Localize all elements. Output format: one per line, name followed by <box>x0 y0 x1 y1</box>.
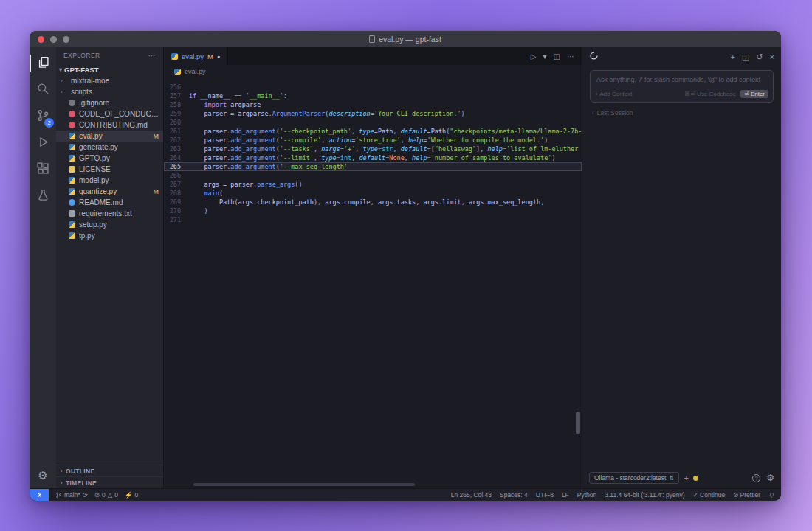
remote-indicator[interactable] <box>30 489 49 501</box>
add-context-button[interactable]: + Add Context <box>595 91 632 97</box>
code-line[interactable]: 265 parser.add_argument('--max_seq_lengt… <box>164 162 582 171</box>
continue-extension-item[interactable]: ✓ Continue <box>693 491 726 499</box>
python-interpreter[interactable]: 3.11.4 64-bit ('3.11.4': pyenv) <box>605 491 684 499</box>
breadcrumb[interactable]: eval.py <box>164 65 582 78</box>
last-session-link[interactable]: ‹ Last Session <box>592 109 771 117</box>
code-line[interactable]: 267 args = parser.parse_args() <box>164 180 582 189</box>
new-session-icon[interactable]: + <box>731 52 735 62</box>
code-line[interactable]: 258 import argparse <box>164 100 582 109</box>
tree-item-contributing-md[interactable]: CONTRIBUTING.md <box>56 119 163 131</box>
extensions-activity-button[interactable] <box>30 156 56 183</box>
settings-gear-icon[interactable]: ⚙ <box>38 469 47 482</box>
enter-button[interactable]: ⏎ Enter <box>740 90 768 98</box>
window-controls <box>30 36 69 43</box>
status-bar: main* ⟳ ⊘ 0 △ 0 ⚡ 0 Ln 265, Col 43 Space… <box>30 488 781 501</box>
code-line[interactable]: 262 parser.add_argument('--compile', act… <box>164 136 582 145</box>
branch-item[interactable]: main* ⟳ <box>55 491 88 499</box>
branch-label: main* <box>64 491 80 499</box>
help-icon[interactable]: ? <box>752 474 760 482</box>
history-icon[interactable]: ↺ <box>756 52 763 62</box>
tree-item-eval-py[interactable]: eval.pyM <box>56 131 163 142</box>
run-dropdown-icon[interactable]: ▾ <box>543 52 547 60</box>
split-editor-icon[interactable]: ◫ <box>554 52 560 60</box>
close-button[interactable] <box>38 36 44 43</box>
model-select[interactable]: Ollama - starcoder2:latest ⇅ <box>589 472 679 484</box>
code-text: main( <box>189 189 582 198</box>
encoding[interactable]: UTF-8 <box>536 491 554 499</box>
tab-eval-py[interactable]: eval.py M ● <box>164 47 228 65</box>
toggle-layout-icon[interactable]: ◫ <box>742 52 749 62</box>
line-number: 267 <box>164 180 189 189</box>
code-line[interactable]: 260 <box>164 118 582 127</box>
code-line[interactable]: 271 <box>164 215 582 224</box>
model-select-value: Ollama - starcoder2:latest <box>594 474 666 482</box>
tree-item-quantize-py[interactable]: quantize.pyM <box>56 186 163 197</box>
code-line[interactable]: 263 parser.add_argument('--tasks', nargs… <box>164 145 582 153</box>
tree-item-readme-md[interactable]: README.md <box>56 197 163 208</box>
prettier-extension-item[interactable]: ⊘ Prettier <box>733 491 760 499</box>
caret-down-icon: ▾ <box>59 66 62 73</box>
zoom-button[interactable] <box>63 36 69 43</box>
cursor-position[interactable]: Ln 265, Col 43 <box>451 491 492 499</box>
code-line[interactable]: 261 parser.add_argument('--checkpoint_pa… <box>164 127 582 136</box>
files-icon <box>36 55 50 72</box>
tree-item-code-of-conduct-md[interactable]: CODE_OF_CONDUCT.md <box>56 108 163 119</box>
error-icon: ⊘ <box>94 491 100 499</box>
lightning-icon: ⚡ <box>125 491 133 499</box>
code-line[interactable]: 270 ) <box>164 206 582 215</box>
language-mode[interactable]: Python <box>577 491 596 499</box>
minimize-button[interactable] <box>50 36 57 43</box>
code-line[interactable]: 256 <box>164 83 582 91</box>
search-activity-button[interactable] <box>30 77 56 103</box>
use-codebase-hint[interactable]: ⌘⏎ Use Codebase <box>684 91 736 97</box>
chat-panel-bottom: Ollama - starcoder2:latest ⇅ + ? ⚙ <box>582 468 781 488</box>
explorer-activity-button[interactable] <box>30 50 56 77</box>
tree-item--gitignore[interactable]: .gitignore <box>56 97 163 108</box>
tree-item-generate-py[interactable]: generate.py <box>56 142 163 153</box>
chat-input-footer: + Add Context ⌘⏎ Use Codebase ⏎ Enter <box>591 90 773 102</box>
tree-item-tp-py[interactable]: tp.py <box>56 230 163 241</box>
more-actions-icon[interactable]: ⋯ <box>148 52 156 60</box>
chat-input[interactable]: Ask anything, '/' for slash commands, '@… <box>590 70 774 103</box>
run-python-file-icon[interactable]: ▷ <box>531 52 537 60</box>
workspace-root-row[interactable]: ▾ GPT-FAST <box>56 63 163 75</box>
explorer-sidebar: EXPLORER ⋯ ▾ GPT-FAST ›mixtral-moe›scrip… <box>56 47 164 488</box>
code-line[interactable]: 269 Path(args.checkpoint_path), args.com… <box>164 198 582 206</box>
ports-item[interactable]: ⚡ 0 <box>125 491 138 499</box>
code-area[interactable]: 256257if __name__ == '__main__':258 impo… <box>164 78 582 488</box>
problems-item[interactable]: ⊘ 0 △ 0 <box>94 491 118 499</box>
tree-item-gptq-py[interactable]: GPTQ.py <box>56 153 163 164</box>
code-text: if __name__ == '__main__': <box>189 91 582 100</box>
notifications-bell[interactable] <box>768 492 775 499</box>
eol-sequence[interactable]: LF <box>562 491 569 499</box>
more-actions-icon[interactable]: ⋯ <box>567 52 574 60</box>
horizontal-scrollbar[interactable] <box>193 483 415 486</box>
chevron-right-icon: › <box>61 479 63 486</box>
tree-item-scripts[interactable]: ›scripts <box>56 86 163 97</box>
window-title: eval.py — gpt-fast <box>30 35 781 44</box>
run-debug-activity-button[interactable] <box>30 130 56 156</box>
tree-item-license[interactable]: LICENSE <box>56 164 163 175</box>
chat-settings-gear-icon[interactable]: ⚙ <box>766 473 774 483</box>
add-model-button[interactable]: + <box>684 473 688 482</box>
code-line[interactable]: 266 <box>164 171 582 180</box>
tree-item-setup-py[interactable]: setup.py <box>56 219 163 230</box>
code-line[interactable]: 264 parser.add_argument('--limit', type=… <box>164 153 582 162</box>
timeline-section[interactable]: › TIMELINE <box>56 476 163 488</box>
tree-item-model-py[interactable]: model.py <box>56 175 163 186</box>
code-line[interactable]: 257if __name__ == '__main__': <box>164 91 582 100</box>
close-panel-icon[interactable]: × <box>770 52 774 62</box>
vertical-scrollbar[interactable] <box>576 412 580 434</box>
testing-activity-button[interactable] <box>30 183 56 209</box>
outline-section[interactable]: › OUTLINE <box>56 465 163 476</box>
unsaved-dot-icon[interactable]: ● <box>217 54 220 59</box>
tree-item-mixtral-moe[interactable]: ›mixtral-moe <box>56 75 163 86</box>
timeline-label: TIMELINE <box>66 479 97 487</box>
tree-item-requirements-txt[interactable]: requirements.txt <box>56 208 163 219</box>
code-line[interactable]: 259 parser = argparse.ArgumentParser(des… <box>164 109 582 118</box>
text-cursor <box>348 162 348 170</box>
source-control-activity-button[interactable]: 2 <box>30 103 56 130</box>
code-line[interactable]: 268 main( <box>164 189 582 198</box>
line-number: 262 <box>164 136 189 145</box>
indentation[interactable]: Spaces: 4 <box>500 491 528 499</box>
